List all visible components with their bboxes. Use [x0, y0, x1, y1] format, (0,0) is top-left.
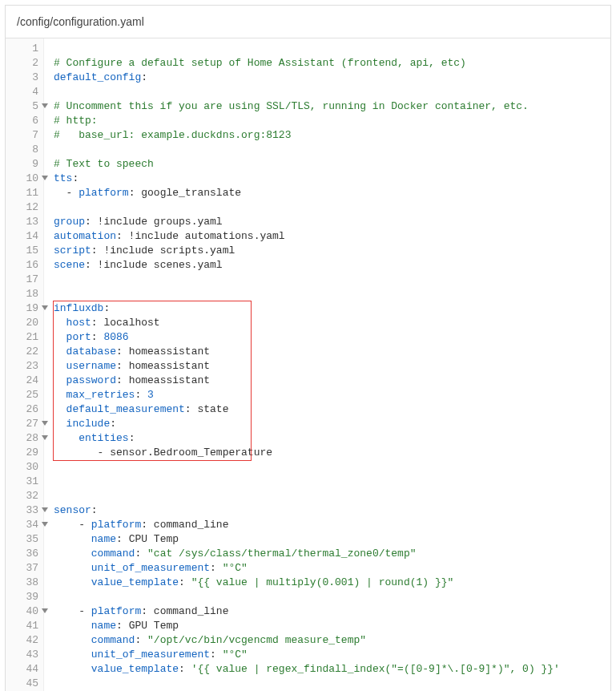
line-number: 40 [6, 604, 38, 619]
code-line[interactable]: default_config: [54, 71, 610, 85]
line-number: 22 [6, 345, 38, 359]
code-line[interactable] [54, 475, 610, 489]
line-number: 18 [6, 287, 38, 301]
code-line[interactable]: include: [54, 417, 610, 431]
line-number: 32 [6, 489, 38, 503]
file-path-text: /config/configuration.yaml [17, 15, 144, 28]
line-number: 36 [6, 547, 38, 561]
code-line[interactable]: # http: [54, 114, 610, 128]
line-number: 6 [6, 114, 38, 128]
code-line[interactable] [54, 460, 610, 475]
line-number: 29 [6, 446, 38, 460]
code-line[interactable]: database: homeassistant [54, 345, 610, 359]
code-line[interactable]: # Uncomment this if you are using SSL/TL… [54, 99, 610, 114]
line-number: 44 [6, 662, 38, 677]
line-number: 25 [6, 388, 38, 402]
line-number: 7 [6, 128, 38, 143]
line-number: 37 [6, 561, 38, 576]
line-number: 21 [6, 330, 38, 345]
line-number: 41 [6, 619, 38, 633]
line-number: 4 [6, 85, 38, 99]
code-line[interactable] [54, 677, 610, 691]
code-line[interactable]: automation: !include automations.yaml [54, 229, 610, 244]
code-line[interactable]: - platform: google_translate [54, 186, 610, 200]
code-line[interactable]: command: "cat /sys/class/thermal/thermal… [54, 547, 610, 561]
code-line[interactable]: unit_of_measurement: "°C" [54, 648, 610, 662]
line-number: 19 [6, 301, 38, 316]
line-number: 9 [6, 157, 38, 172]
code-area[interactable]: # Configure a default setup of Home Assi… [44, 38, 610, 691]
code-line[interactable]: # Configure a default setup of Home Assi… [54, 56, 610, 71]
line-number: 27 [6, 417, 38, 431]
line-number: 5 [6, 99, 38, 114]
code-line[interactable]: - platform: command_line [54, 604, 610, 619]
code-line[interactable]: value_template: '{{ value | regex_findal… [54, 662, 610, 677]
code-editor[interactable]: 1234567891011121314151617181920212223242… [6, 38, 610, 691]
code-line[interactable]: value_template: "{{ value | multiply(0.0… [54, 576, 610, 590]
line-number: 12 [6, 200, 38, 215]
line-number: 33 [6, 503, 38, 518]
line-number: 1 [6, 42, 38, 56]
line-number: 45 [6, 677, 38, 691]
code-line[interactable]: unit_of_measurement: "°C" [54, 561, 610, 576]
code-line[interactable]: default_measurement: state [54, 402, 610, 417]
line-number: 2 [6, 56, 38, 71]
line-number: 16 [6, 258, 38, 273]
line-number: 24 [6, 374, 38, 388]
code-line[interactable]: entities: [54, 431, 610, 446]
code-line[interactable] [54, 200, 610, 215]
code-line[interactable] [54, 273, 610, 287]
line-number: 14 [6, 229, 38, 244]
line-number: 26 [6, 402, 38, 417]
code-line[interactable]: script: !include scripts.yaml [54, 244, 610, 258]
line-number: 38 [6, 576, 38, 590]
code-line[interactable]: # base_url: example.duckdns.org:8123 [54, 128, 610, 143]
code-line[interactable]: scene: !include scenes.yaml [54, 258, 610, 273]
line-number: 17 [6, 273, 38, 287]
code-line[interactable]: password: homeassistant [54, 374, 610, 388]
line-number: 42 [6, 633, 38, 648]
code-line[interactable]: name: GPU Temp [54, 619, 610, 633]
code-line[interactable] [54, 489, 610, 503]
code-line[interactable]: name: CPU Temp [54, 532, 610, 547]
code-line[interactable]: tts: [54, 172, 610, 186]
line-number: 34 [6, 518, 38, 532]
code-line[interactable] [54, 590, 610, 604]
file-path-header: /config/configuration.yaml [6, 6, 610, 38]
line-number: 30 [6, 460, 38, 475]
line-number: 8 [6, 143, 38, 157]
line-number-gutter: 1234567891011121314151617181920212223242… [6, 38, 44, 691]
code-line[interactable] [54, 85, 610, 99]
line-number: 11 [6, 186, 38, 200]
line-number: 13 [6, 215, 38, 229]
code-line[interactable]: group: !include groups.yaml [54, 215, 610, 229]
line-number: 35 [6, 532, 38, 547]
code-line[interactable] [54, 143, 610, 157]
line-number: 10 [6, 172, 38, 186]
code-line[interactable]: max_retries: 3 [54, 388, 610, 402]
code-line[interactable]: # Text to speech [54, 157, 610, 172]
line-number: 31 [6, 475, 38, 489]
code-line[interactable] [54, 42, 610, 56]
line-number: 39 [6, 590, 38, 604]
code-line[interactable]: host: localhost [54, 316, 610, 330]
editor-container: /config/configuration.yaml 1234567891011… [5, 5, 611, 691]
code-line[interactable]: username: homeassistant [54, 359, 610, 374]
line-number: 43 [6, 648, 38, 662]
code-line[interactable]: influxdb: [54, 301, 610, 316]
line-number: 28 [6, 431, 38, 446]
line-number: 3 [6, 71, 38, 85]
code-line[interactable]: sensor: [54, 503, 610, 518]
line-number: 23 [6, 359, 38, 374]
code-line[interactable] [54, 287, 610, 301]
code-line[interactable]: - platform: command_line [54, 518, 610, 532]
line-number: 20 [6, 316, 38, 330]
code-line[interactable]: command: "/opt/vc/bin/vcgencmd measure_t… [54, 633, 610, 648]
code-line[interactable]: - sensor.Bedroom_Temperature [54, 446, 610, 460]
line-number: 15 [6, 244, 38, 258]
code-line[interactable]: port: 8086 [54, 330, 610, 345]
